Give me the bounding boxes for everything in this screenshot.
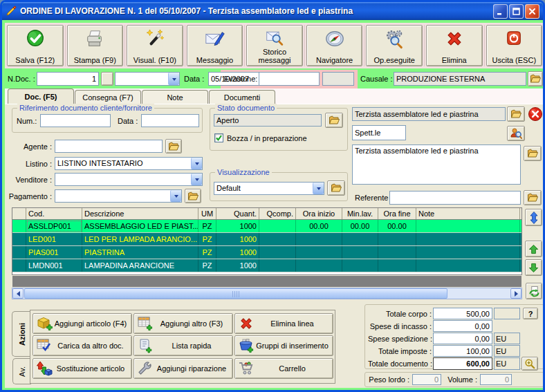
- tab-documenti[interactable]: Documenti: [209, 90, 275, 104]
- agente-input[interactable]: [55, 140, 163, 153]
- contact-search-button[interactable]: [507, 126, 525, 141]
- bozza-checkbox[interactable]: [214, 133, 223, 142]
- cell-ora-inizio[interactable]: 00.00: [296, 220, 342, 232]
- cell-descrizione[interactable]: LAMPADINA ARANCIONE: [82, 259, 198, 272]
- grid-row-component[interactable]: LMDN001 LAMPADINA ARANCIONE PZ 1000: [12, 259, 521, 272]
- minimize-button[interactable]: [493, 4, 508, 19]
- aggiungi-altro-button[interactable]: Aggiungi altro (F3): [133, 313, 233, 334]
- move-up-button[interactable]: [525, 241, 542, 257]
- ndoc-input[interactable]: 1: [37, 72, 99, 86]
- cell-note[interactable]: [416, 259, 520, 272]
- elimina-linea-button[interactable]: Elimina linea: [234, 313, 333, 334]
- stampa-button[interactable]: Stampa (F9): [67, 25, 124, 66]
- cell-cod[interactable]: PIAS001: [26, 246, 82, 259]
- ndoc-lookup-button[interactable]: [101, 72, 113, 86]
- pagamento-lookup-button[interactable]: [185, 189, 201, 203]
- scroll-right-button[interactable]: [510, 288, 521, 299]
- tab-consegna[interactable]: Consegna (F7): [75, 90, 141, 104]
- maximize-button[interactable]: [509, 4, 524, 19]
- cell-quant[interactable]: 1000: [216, 233, 259, 245]
- storico-messaggi-button[interactable]: Storico messaggi: [246, 25, 303, 66]
- navigatore-button[interactable]: Navigatore: [306, 25, 363, 66]
- address-textarea[interactable]: Terzista assemblatore led e piastrina: [352, 144, 521, 185]
- cell-ora-fine[interactable]: 00.00: [378, 220, 416, 232]
- chevron-down-icon[interactable]: [168, 73, 179, 85]
- grid-horizontal-scrollbar[interactable]: [12, 288, 522, 299]
- cell-cod[interactable]: ASSLDP001: [26, 220, 82, 232]
- cell-qcomp[interactable]: [259, 259, 296, 272]
- cell-min-lav[interactable]: [342, 259, 378, 272]
- address-lookup-button[interactable]: [524, 146, 542, 161]
- move-line-button[interactable]: [525, 209, 542, 226]
- cell-quant[interactable]: 1000: [216, 220, 259, 232]
- carrello-button[interactable]: Carrello: [234, 358, 333, 379]
- intestatario-lookup-button[interactable]: [507, 106, 525, 122]
- cell-min-lav[interactable]: 00.00: [342, 220, 378, 232]
- causale-lookup-button[interactable]: [528, 71, 543, 86]
- visualizza-button[interactable]: Visual. (F10): [127, 25, 183, 66]
- spettle-input[interactable]: Spett.le: [352, 125, 406, 140]
- chevron-down-icon[interactable]: [191, 174, 202, 185]
- scrollbar-thumb[interactable]: [24, 288, 447, 299]
- help-button[interactable]: ?: [523, 308, 538, 319]
- grid-row-component[interactable]: PIAS001 PIASTRINA PZ 1000: [12, 246, 521, 259]
- cell-qcomp[interactable]: [259, 233, 296, 245]
- col-descrizione[interactable]: Descrizione: [82, 208, 198, 219]
- totals-detail-button[interactable]: [521, 357, 538, 371]
- aggiungi-articolo-button[interactable]: Aggiungi articolo (F4): [33, 313, 132, 334]
- cell-um[interactable]: PZ: [198, 259, 216, 272]
- chevron-down-icon[interactable]: [191, 158, 202, 169]
- cell-um[interactable]: PZ: [198, 220, 216, 232]
- cell-note[interactable]: [416, 233, 520, 245]
- title-bar[interactable]: ORDINE DI LAVORAZIONE N. 1 del 05/10/200…: [2, 2, 543, 20]
- ndoc-series-combo[interactable]: [115, 72, 180, 86]
- visualizzazione-combo[interactable]: Default: [214, 182, 324, 195]
- salva-button[interactable]: Salva (F12): [7, 25, 64, 66]
- cell-ora-inizio[interactable]: [296, 246, 342, 259]
- messaggio-button[interactable]: Messaggio: [187, 25, 243, 66]
- cell-note[interactable]: [416, 246, 520, 259]
- cell-qcomp[interactable]: [259, 220, 296, 232]
- col-qcomp[interactable]: Qcomp.: [259, 208, 296, 219]
- row-selector-cell[interactable]: [12, 259, 26, 272]
- move-down-button[interactable]: [525, 259, 542, 276]
- elimina-button[interactable]: Elimina: [426, 25, 483, 66]
- uscita-button[interactable]: Uscita (ESC): [486, 25, 543, 66]
- cell-descrizione[interactable]: ASSEMBLAGGIO LED E PIAST...: [82, 220, 198, 232]
- row-selector-cell[interactable]: [12, 246, 26, 259]
- selector-column-header[interactable]: [12, 208, 26, 219]
- cell-ora-fine[interactable]: [378, 259, 416, 272]
- col-um[interactable]: UM: [198, 208, 216, 219]
- tab-azioni[interactable]: Azioni: [12, 311, 31, 357]
- cell-note[interactable]: [416, 220, 520, 232]
- row-selector-cell[interactable]: [12, 220, 26, 232]
- op-eseguite-button[interactable]: Op.eseguite: [366, 25, 423, 66]
- col-ora-inizio[interactable]: Ora inizio: [296, 208, 342, 219]
- tab-note[interactable]: Note: [142, 90, 208, 104]
- stato-lookup-button[interactable]: [325, 113, 343, 128]
- cell-ora-inizio[interactable]: [296, 259, 342, 272]
- cell-descrizione[interactable]: PIASTRINA: [82, 246, 198, 259]
- tab-doc[interactable]: Doc. (F5): [8, 88, 74, 104]
- carica-altro-doc-button[interactable]: Carica da altro doc.: [33, 335, 132, 356]
- grid-row-component[interactable]: LED001 LED PER LAMPADA ARANCIO... PZ 100…: [12, 233, 521, 246]
- grid-row-selected[interactable]: ASSLDP001 ASSEMBLAGGIO LED E PIAST... PZ…: [12, 220, 521, 233]
- evasione-input[interactable]: [259, 72, 320, 86]
- referente-input[interactable]: [389, 191, 521, 205]
- intestatario-clear-button[interactable]: [528, 106, 543, 122]
- col-quant[interactable]: Quant.: [216, 208, 259, 219]
- cell-quant[interactable]: 1000: [216, 259, 259, 272]
- pagamento-combo[interactable]: [55, 189, 182, 203]
- aggiungi-riparazione-button[interactable]: Aggiungi riparazione: [133, 358, 233, 379]
- col-note[interactable]: Note: [416, 208, 520, 219]
- agente-lookup-button[interactable]: [165, 139, 182, 153]
- visualizzazione-lookup-button[interactable]: [327, 180, 345, 196]
- referente-lookup-button[interactable]: [524, 190, 542, 205]
- sostituzione-articolo-button[interactable]: Sostituzione articolo: [33, 358, 132, 379]
- cell-min-lav[interactable]: [342, 246, 378, 259]
- col-min-lav[interactable]: Min.lav.: [342, 208, 378, 219]
- cell-qcomp[interactable]: [259, 246, 296, 259]
- cell-descrizione[interactable]: LED PER LAMPADA ARANCIO...: [82, 233, 198, 245]
- rif-data-input[interactable]: [141, 114, 199, 127]
- col-cod[interactable]: Cod.: [26, 208, 82, 219]
